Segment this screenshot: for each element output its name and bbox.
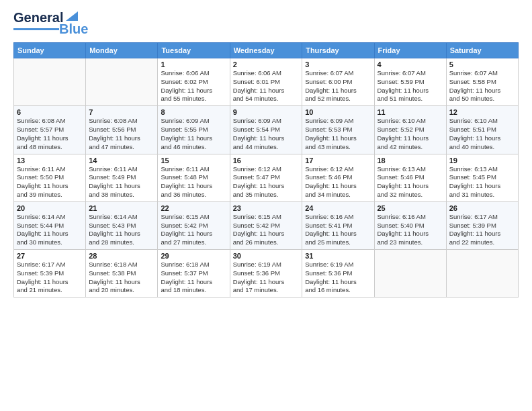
day-info: Sunrise: 6:18 AM Sunset: 5:38 PM Dayligh… — [89, 261, 154, 295]
calendar-cell: 22Sunrise: 6:15 AM Sunset: 5:42 PM Dayli… — [158, 201, 230, 249]
calendar-cell: 18Sunrise: 6:13 AM Sunset: 5:46 PM Dayli… — [374, 154, 446, 201]
weekday-header-thursday: Thursday — [302, 43, 374, 58]
weekday-header-sunday: Sunday — [14, 43, 86, 58]
day-number: 17 — [305, 156, 371, 165]
day-number: 30 — [233, 252, 300, 260]
day-info: Sunrise: 6:09 AM Sunset: 5:54 PM Dayligh… — [233, 117, 300, 151]
calendar-cell: 3Sunrise: 6:07 AM Sunset: 6:00 PM Daylig… — [302, 58, 374, 106]
day-number: 5 — [449, 60, 515, 68]
day-number: 15 — [161, 156, 226, 165]
day-number: 11 — [378, 108, 443, 116]
weekday-header-friday: Friday — [374, 43, 446, 58]
calendar-cell: 24Sunrise: 6:16 AM Sunset: 5:41 PM Dayli… — [302, 201, 374, 249]
calendar-cell: 15Sunrise: 6:11 AM Sunset: 5:48 PM Dayli… — [158, 154, 230, 201]
calendar-week-3: 13Sunrise: 6:11 AM Sunset: 5:50 PM Dayli… — [14, 154, 519, 201]
day-number: 27 — [17, 252, 83, 260]
day-number: 8 — [161, 108, 226, 116]
day-info: Sunrise: 6:18 AM Sunset: 5:37 PM Dayligh… — [161, 261, 226, 295]
calendar-cell: 13Sunrise: 6:11 AM Sunset: 5:50 PM Dayli… — [14, 154, 86, 201]
calendar-cell: 8Sunrise: 6:09 AM Sunset: 5:55 PM Daylig… — [158, 106, 230, 154]
day-number: 3 — [305, 60, 371, 68]
day-info: Sunrise: 6:16 AM Sunset: 5:41 PM Dayligh… — [305, 213, 371, 247]
logo-blue-text: Blue — [59, 22, 88, 36]
day-info: Sunrise: 6:15 AM Sunset: 5:42 PM Dayligh… — [161, 213, 226, 247]
day-number: 14 — [89, 156, 154, 165]
calendar-cell: 4Sunrise: 6:07 AM Sunset: 5:59 PM Daylig… — [374, 58, 446, 106]
day-info: Sunrise: 6:11 AM Sunset: 5:49 PM Dayligh… — [89, 165, 154, 199]
calendar-cell: 29Sunrise: 6:18 AM Sunset: 5:37 PM Dayli… — [158, 250, 230, 298]
calendar-cell — [374, 250, 446, 298]
calendar-cell — [86, 58, 158, 106]
day-number: 22 — [161, 204, 226, 212]
day-info: Sunrise: 6:06 AM Sunset: 6:02 PM Dayligh… — [161, 69, 226, 103]
calendar-week-4: 20Sunrise: 6:14 AM Sunset: 5:44 PM Dayli… — [14, 201, 519, 249]
day-info: Sunrise: 6:19 AM Sunset: 5:36 PM Dayligh… — [305, 261, 371, 295]
day-info: Sunrise: 6:08 AM Sunset: 5:57 PM Dayligh… — [17, 117, 83, 151]
day-number: 6 — [17, 108, 83, 116]
calendar-cell: 16Sunrise: 6:12 AM Sunset: 5:47 PM Dayli… — [230, 154, 302, 201]
day-number: 29 — [161, 252, 226, 260]
day-info: Sunrise: 6:17 AM Sunset: 5:39 PM Dayligh… — [449, 213, 515, 247]
weekday-header-row: SundayMondayTuesdayWednesdayThursdayFrid… — [14, 43, 519, 58]
calendar-cell: 27Sunrise: 6:17 AM Sunset: 5:39 PM Dayli… — [14, 250, 86, 298]
calendar-cell: 31Sunrise: 6:19 AM Sunset: 5:36 PM Dayli… — [302, 250, 374, 298]
day-info: Sunrise: 6:13 AM Sunset: 5:46 PM Dayligh… — [378, 165, 443, 199]
day-info: Sunrise: 6:12 AM Sunset: 5:46 PM Dayligh… — [305, 165, 371, 199]
calendar-cell: 2Sunrise: 6:06 AM Sunset: 6:01 PM Daylig… — [230, 58, 302, 106]
day-number: 1 — [161, 60, 226, 68]
day-info: Sunrise: 6:11 AM Sunset: 5:50 PM Dayligh… — [17, 165, 83, 199]
calendar-cell: 9Sunrise: 6:09 AM Sunset: 5:54 PM Daylig… — [230, 106, 302, 154]
calendar-cell: 25Sunrise: 6:16 AM Sunset: 5:40 PM Dayli… — [374, 201, 446, 249]
day-info: Sunrise: 6:09 AM Sunset: 5:53 PM Dayligh… — [305, 117, 371, 151]
day-number: 21 — [89, 204, 154, 212]
weekday-header-wednesday: Wednesday — [230, 43, 302, 58]
day-info: Sunrise: 6:06 AM Sunset: 6:01 PM Dayligh… — [233, 69, 300, 103]
calendar-cell: 5Sunrise: 6:07 AM Sunset: 5:58 PM Daylig… — [446, 58, 518, 106]
day-number: 2 — [233, 60, 300, 68]
day-info: Sunrise: 6:11 AM Sunset: 5:48 PM Dayligh… — [161, 165, 226, 199]
calendar-cell: 1Sunrise: 6:06 AM Sunset: 6:02 PM Daylig… — [158, 58, 230, 106]
logo: General Blue — [13, 11, 88, 36]
day-info: Sunrise: 6:14 AM Sunset: 5:44 PM Dayligh… — [17, 213, 83, 247]
day-info: Sunrise: 6:17 AM Sunset: 5:39 PM Dayligh… — [17, 261, 83, 295]
calendar-cell: 6Sunrise: 6:08 AM Sunset: 5:57 PM Daylig… — [14, 106, 86, 154]
day-number: 18 — [378, 156, 443, 165]
day-number: 31 — [305, 252, 371, 260]
calendar-cell: 26Sunrise: 6:17 AM Sunset: 5:39 PM Dayli… — [446, 201, 518, 249]
day-info: Sunrise: 6:15 AM Sunset: 5:42 PM Dayligh… — [233, 213, 300, 247]
header: General Blue — [13, 11, 519, 36]
calendar-cell: 14Sunrise: 6:11 AM Sunset: 5:49 PM Dayli… — [86, 154, 158, 201]
day-info: Sunrise: 6:07 AM Sunset: 5:59 PM Dayligh… — [378, 69, 443, 103]
day-number: 26 — [449, 204, 515, 212]
calendar-cell: 23Sunrise: 6:15 AM Sunset: 5:42 PM Dayli… — [230, 201, 302, 249]
calendar-cell: 17Sunrise: 6:12 AM Sunset: 5:46 PM Dayli… — [302, 154, 374, 201]
day-info: Sunrise: 6:13 AM Sunset: 5:45 PM Dayligh… — [449, 165, 515, 199]
weekday-header-tuesday: Tuesday — [158, 43, 230, 58]
logo-text: General — [13, 11, 63, 24]
weekday-header-saturday: Saturday — [446, 43, 518, 58]
page: General Blue SundayMondayTuesdayWednesda… — [0, 0, 532, 411]
calendar-cell: 19Sunrise: 6:13 AM Sunset: 5:45 PM Dayli… — [446, 154, 518, 201]
day-info: Sunrise: 6:16 AM Sunset: 5:40 PM Dayligh… — [378, 213, 443, 247]
calendar-cell: 20Sunrise: 6:14 AM Sunset: 5:44 PM Dayli… — [14, 201, 86, 249]
svg-marker-0 — [66, 11, 78, 21]
day-number: 7 — [89, 108, 154, 116]
weekday-header-monday: Monday — [86, 43, 158, 58]
calendar-table: SundayMondayTuesdayWednesdayThursdayFrid… — [13, 42, 519, 298]
calendar-cell: 30Sunrise: 6:19 AM Sunset: 5:36 PM Dayli… — [230, 250, 302, 298]
day-number: 10 — [305, 108, 371, 116]
day-number: 23 — [233, 204, 300, 212]
day-number: 28 — [89, 252, 154, 260]
calendar-cell — [446, 250, 518, 298]
day-info: Sunrise: 6:19 AM Sunset: 5:36 PM Dayligh… — [233, 261, 300, 295]
calendar-cell — [14, 58, 86, 106]
calendar-cell: 12Sunrise: 6:10 AM Sunset: 5:51 PM Dayli… — [446, 106, 518, 154]
day-info: Sunrise: 6:10 AM Sunset: 5:52 PM Dayligh… — [378, 117, 443, 151]
day-number: 9 — [233, 108, 300, 116]
calendar-week-2: 6Sunrise: 6:08 AM Sunset: 5:57 PM Daylig… — [14, 106, 519, 154]
day-info: Sunrise: 6:12 AM Sunset: 5:47 PM Dayligh… — [233, 165, 300, 199]
day-info: Sunrise: 6:08 AM Sunset: 5:56 PM Dayligh… — [89, 117, 154, 151]
day-number: 13 — [17, 156, 83, 165]
calendar-week-5: 27Sunrise: 6:17 AM Sunset: 5:39 PM Dayli… — [14, 250, 519, 298]
day-number: 4 — [378, 60, 443, 68]
